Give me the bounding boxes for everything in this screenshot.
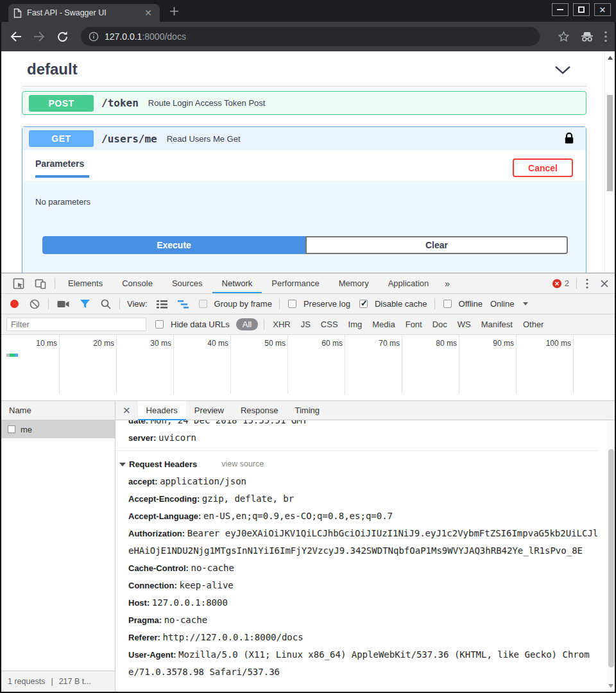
request-header-row: Accept-Language: en-US,en;q=0.9,es-CO;q=…	[116, 508, 599, 525]
opblock-get-header[interactable]: GET /users/me Read Users Me Get	[22, 127, 586, 150]
filter-type-all[interactable]: All	[236, 318, 258, 330]
request-header-row: User-Agent: Mozilla/5.0 (X11; Linux x86_…	[116, 646, 599, 681]
detail-tab-preview[interactable]: Preview	[186, 401, 232, 420]
list-view-icon[interactable]	[157, 300, 167, 309]
clear-button[interactable]: Clear	[305, 236, 568, 254]
waterfall-view-icon[interactable]	[178, 300, 189, 309]
devtools-tab-memory[interactable]: Memory	[329, 273, 379, 293]
view-source-link[interactable]: view source	[221, 456, 264, 473]
headers-scrollbar-thumb[interactable]	[608, 449, 614, 667]
disable-cache-label[interactable]: Disable cache	[375, 299, 427, 309]
headers-scrollbar[interactable]	[607, 420, 615, 692]
address-bar[interactable]: 127.0.0.1:8000/docs	[81, 27, 540, 46]
filter-type-ws[interactable]: WS	[458, 320, 471, 329]
scrollbar-up-icon[interactable]	[608, 56, 613, 60]
devtools-tab-sources[interactable]: Sources	[162, 273, 212, 293]
request-name: me	[21, 425, 32, 434]
cancel-button[interactable]: Cancel	[513, 158, 573, 177]
divider	[48, 298, 49, 309]
parameters-tab[interactable]: Parameters	[35, 158, 84, 169]
filter-type-css[interactable]: CSS	[321, 320, 338, 329]
console-error-badge[interactable]: 2	[552, 278, 569, 288]
filter-type-font[interactable]: Font	[406, 320, 422, 329]
tab-close-icon[interactable]: ✕	[142, 8, 155, 17]
detail-tab-response[interactable]: Response	[232, 401, 287, 420]
filter-type-img[interactable]: Img	[348, 320, 363, 329]
minimize-button[interactable]	[552, 3, 569, 16]
preserve-log-checkbox[interactable]	[288, 300, 296, 308]
devtools-tab-elements[interactable]: Elements	[58, 273, 112, 293]
site-info-icon[interactable]	[89, 31, 99, 42]
record-button[interactable]	[10, 300, 19, 308]
post-summary: Route Login Access Token Post	[148, 98, 266, 108]
filter-type-js[interactable]: JS	[301, 320, 311, 329]
detail-close-icon[interactable]: ✕	[116, 405, 138, 416]
devtools-panel: Elements Console Sources Network Perform…	[1, 273, 615, 692]
timeline-tick: 80 ms	[415, 335, 459, 394]
filter-type-media[interactable]: Media	[372, 320, 395, 329]
name-column-header[interactable]: Name	[1, 401, 115, 420]
opblock-post-header[interactable]: POST /token Route Login Access Token Pos…	[22, 92, 586, 114]
section-collapse-chevron-icon[interactable]	[554, 65, 571, 77]
request-headers-section-header[interactable]: Request Headers view source	[116, 456, 599, 473]
auth-lock-icon[interactable]	[564, 132, 574, 148]
bookmark-star-icon[interactable]	[558, 31, 570, 42]
offline-checkbox[interactable]	[443, 300, 452, 308]
devtools-close-icon[interactable]	[594, 279, 615, 288]
network-toolbar: View: Group by frame Preserve log Disabl…	[1, 294, 615, 314]
request-row-me[interactable]: me	[1, 420, 115, 438]
close-button[interactable]: ✕	[594, 3, 611, 16]
network-overview-timeline[interactable]: 10 ms 20 ms 30 ms 40 ms 50 ms 60 ms 70 m…	[1, 335, 615, 401]
response-header-row: server: uvicorn	[116, 429, 599, 447]
devtools-tab-console[interactable]: Console	[112, 273, 162, 293]
group-by-frame-checkbox[interactable]	[199, 300, 207, 308]
devtools-tab-network[interactable]: Network	[212, 273, 262, 293]
inspect-element-icon[interactable]	[8, 278, 30, 289]
new-tab-button[interactable]	[169, 6, 179, 19]
filter-type-xhr[interactable]: XHR	[273, 320, 290, 329]
offline-label[interactable]: Offline	[459, 299, 483, 309]
collapse-triangle-icon[interactable]	[119, 463, 126, 466]
hide-data-urls-checkbox[interactable]	[155, 320, 164, 329]
search-icon[interactable]	[101, 299, 111, 309]
preserve-log-label[interactable]: Preserve log	[304, 299, 350, 309]
request-header-row: Pragma: no-cache	[116, 612, 599, 629]
devtools-menu-icon[interactable]	[580, 278, 594, 289]
page-scrollbar[interactable]	[604, 51, 615, 273]
filter-type-doc[interactable]: Doc	[432, 320, 447, 329]
request-waterfall-bar	[6, 354, 18, 357]
reload-button[interactable]	[55, 31, 69, 43]
filter-type-other[interactable]: Other	[523, 320, 544, 329]
request-header-row: Referer: http://127.0.0.1:8000/docs	[116, 629, 599, 646]
filter-icon[interactable]	[80, 299, 90, 309]
browser-menu-icon[interactable]	[604, 31, 607, 42]
divider	[119, 298, 120, 309]
hide-data-urls-label[interactable]: Hide data URLs	[171, 320, 230, 329]
devtools-tab-application[interactable]: Application	[379, 273, 439, 293]
forward-button[interactable]	[32, 31, 46, 42]
more-tabs-chevron[interactable]: »	[438, 278, 456, 289]
response-header-row: date: Mon, 24 Dec 2018 15:55:51 GMT	[116, 420, 599, 429]
throttling-select[interactable]: Online	[490, 299, 515, 309]
disable-cache-checkbox[interactable]	[359, 300, 368, 308]
request-list-panel: Name me 1 requests | 217 B t...	[1, 401, 116, 692]
devtools-tab-performance[interactable]: Performance	[262, 273, 329, 293]
detail-tab-headers[interactable]: Headers	[138, 401, 186, 420]
dropdown-caret-icon[interactable]	[523, 302, 528, 305]
request-header-row: Accept-Encoding: gzip, deflate, br	[116, 490, 599, 508]
page-scrollbar-thumb[interactable]	[607, 95, 613, 191]
device-toolbar-icon[interactable]	[30, 278, 51, 289]
clear-requests-icon[interactable]	[30, 299, 40, 309]
opblock-get-users-me: GET /users/me Read Users Me Get Paramete…	[22, 126, 586, 273]
filter-type-manifest[interactable]: Manifest	[481, 320, 513, 329]
browser-tab[interactable]: Fast API - Swagger UI ✕	[8, 4, 160, 22]
group-by-frame-label[interactable]: Group by frame	[214, 299, 272, 309]
back-button[interactable]	[9, 31, 23, 42]
scrollbar-down-icon[interactable]	[608, 684, 613, 688]
maximize-button[interactable]	[573, 3, 590, 16]
capture-screenshots-icon[interactable]	[57, 300, 69, 309]
request-header-row: Authorization: Bearer eyJ0eXAiOiJKV1QiLC…	[116, 525, 599, 560]
detail-tab-timing[interactable]: Timing	[287, 401, 329, 420]
execute-button[interactable]: Execute	[42, 236, 305, 254]
filter-input[interactable]	[6, 318, 146, 331]
